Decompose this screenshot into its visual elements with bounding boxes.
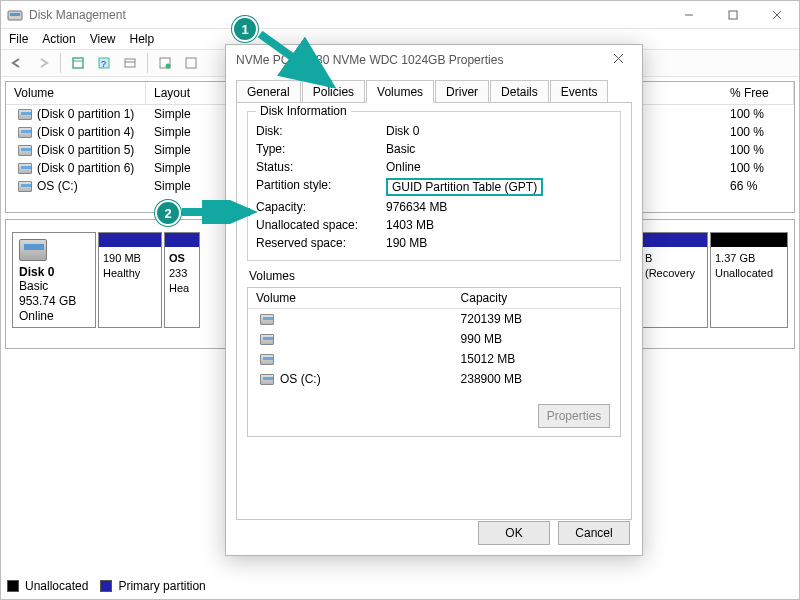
value-unallocated: 1403 MB xyxy=(386,218,612,232)
value-disk: Disk 0 xyxy=(386,124,612,138)
toolbar-separator xyxy=(147,53,148,73)
help-icon[interactable]: ? xyxy=(92,52,116,74)
app-icon xyxy=(7,7,23,23)
tab-pane-volumes: Disk Information Disk:Disk 0 Type:Basic … xyxy=(236,102,632,520)
value-reserved: 190 MB xyxy=(386,236,612,250)
value-partition-style: GUID Partition Table (GPT) xyxy=(386,178,612,196)
toolbar-icon-3[interactable] xyxy=(118,52,142,74)
legend-unallocated-label: Unallocated xyxy=(25,579,88,593)
vol-capacity: 720139 MB xyxy=(453,309,620,329)
volume-pct-free: 100 % xyxy=(722,142,794,158)
partition-label: OS233Hea xyxy=(165,247,199,300)
col-volume[interactable]: Volume xyxy=(6,82,146,104)
forward-button[interactable] xyxy=(31,52,55,74)
tab-volumes[interactable]: Volumes xyxy=(366,80,434,103)
label-disk: Disk: xyxy=(256,124,386,138)
drive-icon xyxy=(260,334,274,345)
toolbar-icon-5[interactable] xyxy=(179,52,203,74)
svg-rect-10 xyxy=(125,59,135,67)
window-title: Disk Management xyxy=(29,8,667,22)
volume-name: (Disk 0 partition 5) xyxy=(37,143,134,157)
volumes-table[interactable]: Volume Capacity 720139 MB990 MB15012 MBO… xyxy=(247,287,621,437)
volume-pct-free: 100 % xyxy=(722,124,794,140)
title-bar: Disk Management xyxy=(1,1,799,29)
svg-point-13 xyxy=(166,64,171,69)
volume-name: (Disk 0 partition 4) xyxy=(37,125,134,139)
value-status: Online xyxy=(386,160,612,174)
menu-view[interactable]: View xyxy=(90,32,116,46)
table-row[interactable]: OS (C:)238900 MB xyxy=(248,369,620,389)
col-layout[interactable]: Layout xyxy=(146,82,226,104)
legend: Unallocated Primary partition xyxy=(7,579,206,593)
drive-icon xyxy=(260,314,274,325)
partition-block[interactable]: 190 MBHealthy xyxy=(98,232,162,328)
volume-name: (Disk 0 partition 1) xyxy=(37,107,134,121)
vol-capacity: 15012 MB xyxy=(453,349,620,369)
annotation-arrow-1 xyxy=(252,26,342,96)
disk-name: Disk 0 xyxy=(19,265,89,279)
back-button[interactable] xyxy=(5,52,29,74)
drive-icon xyxy=(260,354,274,365)
vol-capacity: 238900 MB xyxy=(453,369,620,389)
menu-help[interactable]: Help xyxy=(130,32,155,46)
volumes-table-header[interactable]: Volume Capacity xyxy=(248,288,620,309)
value-capacity: 976634 MB xyxy=(386,200,612,214)
svg-line-17 xyxy=(260,34,330,84)
disk-information-group: Disk Information Disk:Disk 0 Type:Basic … xyxy=(247,111,621,261)
toolbar-icon-1[interactable] xyxy=(66,52,90,74)
dialog-close-button[interactable] xyxy=(604,53,632,67)
legend-unallocated-swatch xyxy=(7,580,19,592)
tab-details[interactable]: Details xyxy=(490,80,549,103)
volume-layout: Simple xyxy=(146,178,226,194)
partition-block[interactable]: OS233Hea xyxy=(164,232,200,328)
toolbar-icon-4[interactable] xyxy=(153,52,177,74)
table-row[interactable]: 15012 MB xyxy=(248,349,620,369)
tab-driver[interactable]: Driver xyxy=(435,80,489,103)
tab-events[interactable]: Events xyxy=(550,80,609,103)
volume-pct-free: 100 % xyxy=(722,160,794,176)
menu-file[interactable]: File xyxy=(9,32,28,46)
drive-icon xyxy=(18,127,32,138)
svg-text:?: ? xyxy=(101,59,106,69)
partition-label: B(Recovery xyxy=(641,247,707,285)
menu-action[interactable]: Action xyxy=(42,32,75,46)
volume-layout: Simple xyxy=(146,142,226,158)
table-row[interactable]: 990 MB xyxy=(248,329,620,349)
partition-block[interactable]: 1.37 GBUnallocated xyxy=(710,232,788,328)
cancel-button[interactable]: Cancel xyxy=(558,521,630,545)
dialog-buttons: OK Cancel xyxy=(478,521,630,545)
disk-size: 953.74 GB xyxy=(19,294,89,309)
volumes-label: Volumes xyxy=(247,269,621,287)
label-type: Type: xyxy=(256,142,386,156)
drive-icon xyxy=(260,374,274,385)
vol-name: OS (C:) xyxy=(280,372,321,386)
svg-rect-6 xyxy=(73,58,83,68)
vol-capacity: 990 MB xyxy=(453,329,620,349)
label-status: Status: xyxy=(256,160,386,174)
minimize-button[interactable] xyxy=(667,1,711,29)
col-capacity[interactable]: Capacity xyxy=(453,288,620,308)
col-pctfree[interactable]: % Free xyxy=(722,82,794,104)
drive-icon xyxy=(18,181,32,192)
disk-properties-dialog: NVMe PC SN730 NVMe WDC 1024GB Properties… xyxy=(225,44,643,556)
label-unallocated: Unallocated space: xyxy=(256,218,386,232)
table-row[interactable]: 720139 MB xyxy=(248,309,620,329)
label-partition-style: Partition style: xyxy=(256,178,386,196)
ok-button[interactable]: OK xyxy=(478,521,550,545)
label-reserved: Reserved space: xyxy=(256,236,386,250)
svg-rect-14 xyxy=(186,58,196,68)
col-volume[interactable]: Volume xyxy=(248,288,453,308)
svg-rect-3 xyxy=(729,11,737,19)
group-label: Disk Information xyxy=(256,104,351,118)
value-type: Basic xyxy=(386,142,612,156)
partition-block[interactable]: B(Recovery xyxy=(640,232,708,328)
disk-summary-box[interactable]: Disk 0 Basic 953.74 GB Online xyxy=(12,232,96,328)
annotation-badge-2: 2 xyxy=(155,200,181,226)
disk-type: Basic xyxy=(19,279,89,294)
maximize-button[interactable] xyxy=(711,1,755,29)
partition-label: 1.37 GBUnallocated xyxy=(711,247,787,285)
volume-properties-button[interactable]: Properties xyxy=(538,404,610,428)
drive-icon xyxy=(18,163,32,174)
close-button[interactable] xyxy=(755,1,799,29)
volume-layout: Simple xyxy=(146,160,226,176)
